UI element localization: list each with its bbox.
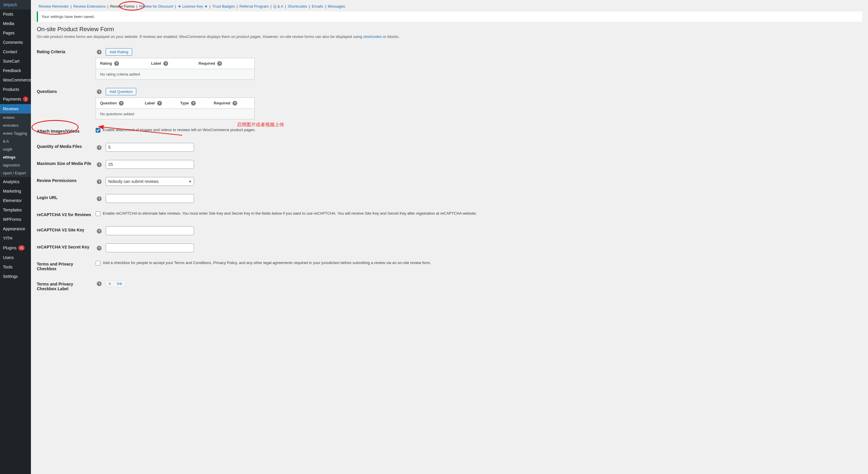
sidebar-item-media[interactable]: Media	[0, 19, 31, 28]
desc-post: or blocks.	[382, 34, 399, 39]
empty-row: No questions added	[96, 109, 255, 120]
label-terms-label: Terms and Privacy Checkbox Label	[37, 276, 96, 296]
quicktag-link-button[interactable]: link	[114, 281, 125, 287]
tab-review-extensions[interactable]: Review Extensions	[71, 3, 107, 9]
sidebar-item-label: YITH	[3, 236, 12, 240]
sidebar-subitem[interactable]: ettings	[0, 153, 31, 161]
col-rating: Rating ?	[96, 58, 147, 69]
tab-messages[interactable]: Messages	[326, 3, 347, 9]
sidebar-item-elementor[interactable]: Elementor	[0, 196, 31, 205]
sidebar-subitem[interactable]: eviews	[0, 113, 31, 122]
recaptcha-checkbox-label[interactable]: Enable reCAPTCHA to eliminate fake revie…	[96, 211, 859, 216]
help-icon[interactable]: ?	[97, 229, 101, 234]
sidebar-item-feedback[interactable]: Feedback	[0, 66, 31, 75]
sidebar-item-jetpack[interactable]: Jetpack	[0, 0, 31, 9]
sidebar-item-label: Plugins	[3, 245, 17, 250]
sidebar-item-comments[interactable]: Comments	[0, 38, 31, 47]
tab-emails[interactable]: Emails	[310, 3, 325, 9]
label-text: Review Permissions	[37, 178, 76, 183]
sidebar-item-users[interactable]: Users	[0, 253, 31, 262]
review-permissions-select[interactable]: Nobody can submit reviews	[106, 177, 194, 186]
add-question-button[interactable]: Add Question	[106, 88, 136, 95]
sidebar-item-posts[interactable]: Posts	[0, 9, 31, 19]
help-icon[interactable]: ?	[97, 281, 101, 286]
label-rating-criteria: Rating Criteria	[37, 44, 96, 84]
help-icon[interactable]: ?	[97, 179, 101, 184]
tab--license-key-[interactable]: ★ License Key ★	[176, 3, 210, 9]
terms-checkbox[interactable]	[96, 261, 100, 266]
sidebar-item-yith[interactable]: YITH	[0, 234, 31, 243]
max-size-input[interactable]	[106, 160, 194, 169]
label-text: Login URL	[37, 195, 58, 200]
sidebar-subitem[interactable]: & A	[0, 137, 31, 145]
help-icon[interactable]: ?	[97, 246, 101, 250]
help-icon[interactable]: ?	[232, 101, 237, 106]
tab-referral-program[interactable]: Referral Program	[238, 3, 271, 9]
help-icon[interactable]: ?	[97, 145, 101, 150]
help-icon[interactable]: ?	[119, 101, 124, 106]
sidebar-item-woocommerce[interactable]: WooCommerce	[0, 75, 31, 85]
label-recaptcha: reCAPTCHA V2 for Reviews	[37, 207, 96, 222]
tab-q-a[interactable]: Q & A	[271, 3, 285, 9]
sidebar-item-appearance[interactable]: Appearance	[0, 224, 31, 234]
sidebar-item-surecart[interactable]: SureCart	[0, 57, 31, 66]
help-icon[interactable]: ?	[97, 90, 101, 94]
label-quantity-media: Quantity of Media Files	[37, 139, 96, 156]
tab-review-forms[interactable]: Review Forms	[108, 3, 136, 9]
checkbox-desc: Add a checkbox for people to accept your…	[103, 261, 431, 265]
sidebar-item-label: Reviews	[3, 106, 19, 111]
sidebar-item-pages[interactable]: Pages	[0, 28, 31, 38]
help-icon[interactable]: ?	[163, 61, 168, 66]
label-text: Terms and Privacy Checkbox Label	[37, 282, 73, 291]
sidebar-item-reviews[interactable]: Reviews	[0, 104, 31, 113]
help-icon[interactable]: ?	[97, 50, 101, 55]
attach-media-checkbox[interactable]	[96, 128, 100, 133]
sidebar-item-plugins[interactable]: Plugins15	[0, 243, 31, 253]
sidebar-item-templates[interactable]: Templates	[0, 205, 31, 215]
quantity-media-input[interactable]	[106, 143, 194, 152]
sidebar-item-label: Comments	[3, 40, 23, 45]
sidebar-item-settings[interactable]: Settings	[0, 272, 31, 281]
help-icon[interactable]: ?	[97, 162, 101, 167]
section-title: On-site Product Review Form	[37, 26, 862, 33]
attach-media-checkbox-label[interactable]: Enable attachment of images and videos t…	[96, 128, 859, 133]
quicktag-bold-button[interactable]: b	[106, 281, 114, 287]
sidebar-item-products[interactable]: Products	[0, 85, 31, 94]
sidebar-item-analytics[interactable]: Analytics	[0, 177, 31, 187]
sidebar-subitem[interactable]: oogle	[0, 145, 31, 153]
th-text: Required	[199, 61, 215, 66]
tab-shortcodes[interactable]: Shortcodes	[286, 3, 309, 9]
sidebar-item-label: SureCart	[3, 59, 20, 64]
sidebar-item-marketing[interactable]: Marketing	[0, 187, 31, 196]
recaptcha-checkbox[interactable]	[96, 211, 100, 216]
tab-review-for-discount[interactable]: Review for Discount	[137, 3, 175, 9]
questions-table: Question ? Label ? Type ? Required ? No …	[96, 98, 255, 120]
sidebar-subitem[interactable]: eview Tagging	[0, 129, 31, 137]
login-url-input[interactable]	[106, 194, 194, 203]
sidebar-item-tools[interactable]: Tools	[0, 262, 31, 272]
admin-sidebar: JetpackPostsMediaPagesCommentsContactSur…	[0, 0, 31, 474]
sidebar-item-label: Tools	[3, 265, 13, 269]
rating-criteria-table: Rating ? Label ? Required ? No rating cr…	[96, 58, 255, 80]
sidebar-subitem[interactable]: nport / Export	[0, 169, 31, 177]
sidebar-item-wpforms[interactable]: WPForms	[0, 215, 31, 224]
help-icon[interactable]: ?	[97, 196, 101, 201]
help-icon[interactable]: ?	[191, 101, 196, 106]
sidebar-item-label: Contact	[3, 49, 17, 54]
tab-trust-badges[interactable]: Trust Badges	[211, 3, 237, 9]
shortcodes-link[interactable]: shortcodes	[363, 34, 382, 39]
recaptcha-sitekey-input[interactable]	[106, 227, 194, 235]
sidebar-item-contact[interactable]: Contact	[0, 47, 31, 57]
recaptcha-secretkey-input[interactable]	[106, 243, 194, 252]
sidebar-subitem[interactable]: eminders	[0, 122, 31, 129]
help-icon[interactable]: ?	[114, 61, 119, 66]
help-icon[interactable]: ?	[157, 101, 162, 106]
label-login-url: Login URL	[37, 190, 96, 207]
add-rating-button[interactable]: Add Rating	[106, 48, 132, 56]
sidebar-subitem[interactable]: iagnostics	[0, 161, 31, 169]
tab-review-reminder[interactable]: Review Reminder	[37, 3, 71, 9]
help-icon[interactable]: ?	[217, 61, 222, 66]
sidebar-item-payments[interactable]: Payments1	[0, 94, 31, 104]
sidebar-item-label: Jetpack	[3, 2, 17, 7]
terms-checkbox-label[interactable]: Add a checkbox for people to accept your…	[96, 261, 859, 266]
